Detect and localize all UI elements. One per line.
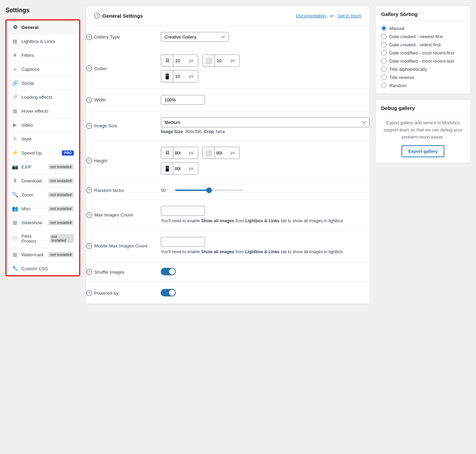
image_size-select[interactable]: ThumbnailMediumLargeFull bbox=[161, 117, 370, 127]
download-icon: ⬇ bbox=[12, 178, 18, 184]
sidebar-item-misc[interactable]: 👥Miscnot installed bbox=[6, 202, 79, 216]
export-gallery-button[interactable]: Export gallery bbox=[402, 145, 445, 157]
height-help-icon[interactable]: ? bbox=[86, 158, 92, 164]
gutter-mobile-value[interactable] bbox=[173, 72, 187, 81]
sidebar-label-social: Social bbox=[21, 81, 34, 86]
image_size-help-icon[interactable]: ? bbox=[86, 123, 92, 129]
sidebar-item-hover[interactable]: ▦Hover effects bbox=[6, 104, 79, 118]
mobile_max_images_count-input[interactable] bbox=[161, 237, 205, 247]
setting-control-gallery_type: Creative GalleryMasonryGridSlideshow bbox=[161, 32, 370, 42]
watermark-badge: not installed bbox=[48, 252, 74, 257]
debug-description: Export gallery and send it to Modula's s… bbox=[381, 119, 465, 141]
sorting-radio-modified_last[interactable] bbox=[381, 58, 387, 64]
height-tablet-value[interactable] bbox=[215, 148, 228, 158]
sidebar-item-video[interactable]: ▶Video bbox=[6, 118, 79, 132]
gallery_type-select[interactable]: Creative GalleryMasonryGridSlideshow bbox=[161, 32, 229, 42]
setting-row-width: ?Width bbox=[86, 89, 370, 111]
gutter-help-icon[interactable]: ? bbox=[86, 65, 92, 71]
general-settings-help-icon[interactable]: ? bbox=[94, 13, 100, 19]
setting-row-max_images_count: ?Max Images CountYou'll need to enable S… bbox=[86, 200, 370, 231]
height-mobile-value[interactable] bbox=[173, 164, 187, 173]
sorting-option-title_alpha[interactable]: Title alphabetically bbox=[381, 66, 465, 72]
setting-control-gutter: 🖥 px ⬜ px 📱 px bbox=[161, 54, 370, 82]
width-help-icon[interactable]: ? bbox=[86, 97, 92, 103]
sidebar-item-filters[interactable]: ▼Filters bbox=[6, 48, 79, 62]
width-input[interactable] bbox=[161, 95, 205, 105]
sidebar-item-general[interactable]: ⚙General bbox=[6, 20, 79, 34]
height-mobile-input-group: 📱 px bbox=[161, 162, 198, 175]
sorting-option-manual[interactable]: Manual bbox=[381, 26, 465, 31]
sidebar-item-lightbox[interactable]: ▦Lightbox & Links bbox=[6, 34, 79, 48]
documentation-link[interactable]: Documentation bbox=[296, 13, 326, 18]
sorting-radio-title_reverse[interactable] bbox=[381, 75, 387, 80]
setting-row-height: ?Height 🖥 px ⬜ px 📱 px bbox=[86, 141, 370, 181]
image_size-label-text: Image Size bbox=[94, 123, 117, 128]
sorting-option-date_newest[interactable]: Date created - newest first bbox=[381, 34, 465, 39]
sidebar-item-passprotect[interactable]: 🛡Pass Protectnot installed bbox=[6, 230, 79, 248]
powered_by-toggle[interactable] bbox=[161, 289, 176, 296]
sorting-radio-date_newest[interactable] bbox=[381, 34, 387, 39]
sorting-radio-manual[interactable] bbox=[381, 26, 387, 31]
gutter-inputs: 🖥 px ⬜ px 📱 px bbox=[161, 54, 370, 82]
random_factor-help-icon[interactable]: ? bbox=[86, 187, 92, 193]
sorting-option-title_reverse[interactable]: Title reverse bbox=[381, 75, 465, 80]
sorting-option-modified_last[interactable]: Date modified - most recent last bbox=[381, 58, 465, 64]
sidebar-item-speedup[interactable]: ⚡Speed UpPRO bbox=[6, 146, 79, 160]
sidebar-item-exif[interactable]: 📷EXIFnot installed bbox=[6, 160, 79, 174]
speedup-badge: PRO bbox=[62, 150, 74, 156]
sorting-radio-random[interactable] bbox=[381, 83, 387, 88]
speedup-icon: ⚡ bbox=[12, 150, 18, 156]
sorting-radio-date_oldest[interactable] bbox=[381, 42, 387, 47]
random-slider-track[interactable] bbox=[175, 190, 243, 191]
random-slider-thumb[interactable] bbox=[206, 188, 212, 193]
sorting-option-date_oldest[interactable]: Date created - oldest first bbox=[381, 42, 465, 47]
sorting-radio-title_alpha[interactable] bbox=[381, 66, 387, 72]
sidebar-item-watermark[interactable]: ▦Watermarknot installed bbox=[6, 248, 79, 262]
mobile_max_images_count-help-icon[interactable]: ? bbox=[86, 243, 92, 249]
height-desktop-value[interactable] bbox=[173, 148, 187, 158]
misc-icon: 👥 bbox=[12, 206, 18, 212]
loading-icon: ↺ bbox=[12, 94, 18, 100]
sidebar-item-social[interactable]: 🔗Social bbox=[6, 76, 79, 90]
download-badge: not installed bbox=[48, 178, 74, 183]
debug-gallery-title: Debug gallery bbox=[381, 105, 465, 115]
section-title: ? General Settings bbox=[94, 13, 143, 19]
right-panel: Gallery Sorting ManualDate created - new… bbox=[375, 5, 471, 304]
max_images_count-input[interactable] bbox=[161, 206, 205, 216]
sidebar-item-slideshow[interactable]: ▦Slideshownot installed bbox=[6, 216, 79, 230]
random-wrap: 50 bbox=[161, 188, 370, 193]
gutter-tablet-value[interactable] bbox=[215, 56, 228, 65]
sidebar-label-video: Video bbox=[21, 123, 33, 128]
sidebar-item-loading[interactable]: ↺Loading effects bbox=[6, 90, 79, 104]
sidebar-item-customcss[interactable]: 🔧Custom CSS bbox=[6, 262, 79, 275]
left-panel: Settings ⚙General▦Lightbox & Links▼Filte… bbox=[5, 5, 80, 304]
powered_by-help-icon[interactable]: ? bbox=[86, 290, 92, 296]
mobile_max_images_count-wrap: You'll need to enable Show all images fr… bbox=[161, 237, 370, 255]
gutter-mobile-unit: px bbox=[187, 72, 196, 81]
max_images_count-note: You'll need to enable Show all images fr… bbox=[161, 218, 370, 224]
max_images_count-help-icon[interactable]: ? bbox=[86, 212, 92, 218]
sidebar-label-speedup: Speed Up bbox=[21, 150, 42, 156]
setting-label-gallery_type: ?Gallery Type bbox=[86, 34, 154, 40]
gallery_type-help-icon[interactable]: ? bbox=[86, 34, 92, 40]
contact-link[interactable]: Get in touch bbox=[338, 13, 361, 18]
random-value-display: 50 bbox=[161, 188, 170, 193]
sorting-option-random[interactable]: Random bbox=[381, 83, 465, 88]
mobile-icon: 📱 bbox=[161, 70, 173, 82]
shuffle_images-toggle[interactable] bbox=[161, 268, 176, 275]
filters-icon: ▼ bbox=[12, 52, 18, 58]
sorting-label-manual: Manual bbox=[389, 26, 404, 31]
sorting-label-date_newest: Date created - newest first bbox=[389, 34, 443, 39]
max_images_count-label-text: Max Images Count bbox=[94, 212, 133, 217]
sidebar-item-download[interactable]: ⬇Downloadnot installed bbox=[6, 174, 79, 188]
setting-control-height: 🖥 px ⬜ px 📱 px bbox=[161, 147, 370, 175]
gutter-desktop-value[interactable] bbox=[173, 56, 187, 65]
sidebar-item-style[interactable]: ✎Style bbox=[6, 132, 79, 146]
shuffle_images-help-icon[interactable]: ? bbox=[86, 269, 92, 275]
setting-row-random_factor: ?Random factor50 bbox=[86, 181, 370, 200]
sidebar-item-zoom[interactable]: 🔍Zoomnot installed bbox=[6, 188, 79, 202]
sorting-radio-modified_recent[interactable] bbox=[381, 50, 387, 55]
sidebar-item-captions[interactable]: ≡Captions bbox=[6, 62, 79, 76]
sorting-option-modified_recent[interactable]: Date modified - most recent first bbox=[381, 50, 465, 55]
sorting-label-modified_last: Date modified - most recent last bbox=[389, 59, 454, 64]
